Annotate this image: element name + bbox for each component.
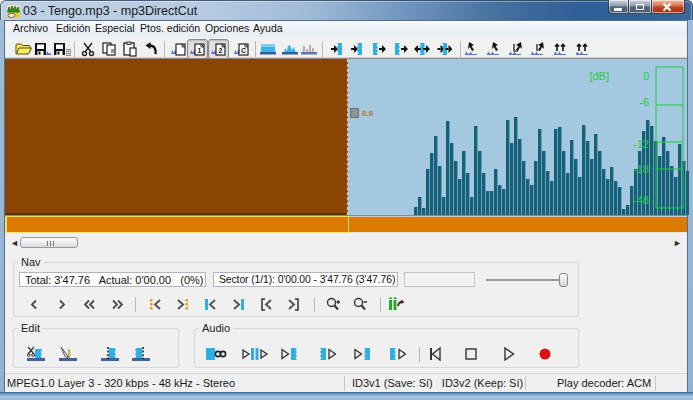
svg-text:1: 1	[198, 47, 202, 54]
svg-text:2: 2	[219, 47, 223, 54]
svg-text:C: C	[241, 47, 246, 54]
